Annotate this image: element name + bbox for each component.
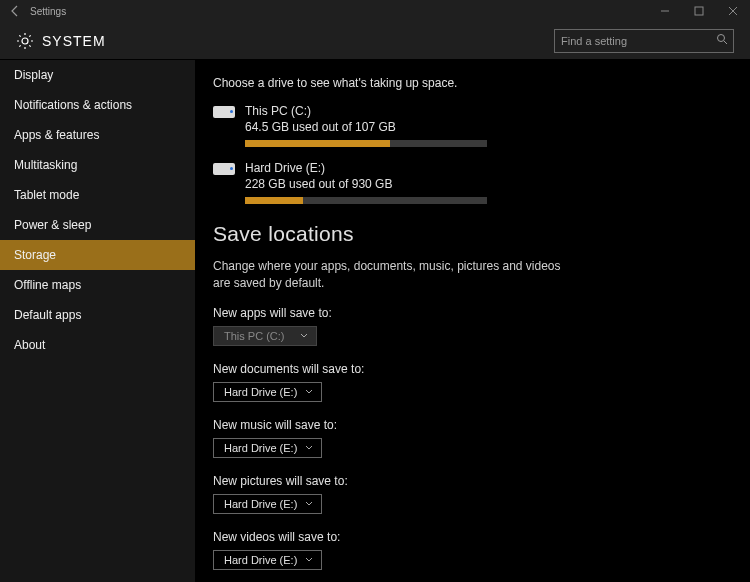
drive-bar (245, 140, 487, 147)
save-locations-description: Change where your apps, documents, music… (213, 258, 573, 292)
save-label: New videos will save to: (213, 530, 732, 544)
search-icon (716, 33, 728, 45)
svg-rect-1 (695, 7, 703, 15)
minimize-button[interactable] (648, 0, 682, 22)
drive-icon (213, 163, 235, 179)
svg-line-9 (19, 45, 20, 46)
save-label: New documents will save to: (213, 362, 732, 376)
titlebar: Settings (0, 0, 750, 22)
dropdown-value: Hard Drive (E:) (224, 554, 297, 566)
drive-bar (245, 197, 487, 204)
sidebar-item-apps-features[interactable]: Apps & features (0, 120, 195, 150)
save-dropdown[interactable]: Hard Drive (E:) (213, 494, 322, 514)
svg-line-8 (29, 45, 30, 46)
dropdown-value: Hard Drive (E:) (224, 386, 297, 398)
sidebar-item-about[interactable]: About (0, 330, 195, 360)
svg-line-12 (724, 41, 727, 44)
choose-drive-description: Choose a drive to see what's taking up s… (213, 76, 732, 90)
save-group: New videos will save to:Hard Drive (E:) (213, 530, 732, 570)
save-group: New apps will save to:This PC (C:) (213, 306, 732, 346)
sidebar: DisplayNotifications & actionsApps & fea… (0, 60, 195, 582)
save-locations-title: Save locations (213, 222, 732, 246)
search-input[interactable] (554, 29, 734, 53)
chevron-down-icon (300, 333, 308, 339)
save-group: New documents will save to:Hard Drive (E… (213, 362, 732, 402)
dropdown-value: Hard Drive (E:) (224, 442, 297, 454)
drive-usage: 228 GB used out of 930 GB (245, 177, 732, 191)
window-title: Settings (30, 6, 66, 17)
drive-icon (213, 106, 235, 122)
drive-name: This PC (C:) (245, 104, 732, 118)
chevron-down-icon (305, 445, 313, 451)
save-label: New music will save to: (213, 418, 732, 432)
maximize-button[interactable] (682, 0, 716, 22)
chevron-down-icon (305, 501, 313, 507)
save-dropdown[interactable]: Hard Drive (E:) (213, 438, 322, 458)
save-group: New music will save to:Hard Drive (E:) (213, 418, 732, 458)
back-button[interactable] (6, 5, 26, 17)
svg-point-2 (22, 38, 28, 44)
sidebar-item-default-apps[interactable]: Default apps (0, 300, 195, 330)
svg-point-11 (718, 34, 725, 41)
sidebar-item-multitasking[interactable]: Multitasking (0, 150, 195, 180)
drive-name: Hard Drive (E:) (245, 161, 732, 175)
svg-line-10 (29, 35, 30, 36)
chevron-down-icon (305, 557, 313, 563)
save-dropdown: This PC (C:) (213, 326, 317, 346)
section-title: SYSTEM (42, 33, 106, 49)
drive-row[interactable]: This PC (C:)64.5 GB used out of 107 GB (213, 104, 732, 147)
drive-usage: 64.5 GB used out of 107 GB (245, 120, 732, 134)
save-dropdown[interactable]: Hard Drive (E:) (213, 550, 322, 570)
save-label: New apps will save to: (213, 306, 732, 320)
sidebar-item-offline-maps[interactable]: Offline maps (0, 270, 195, 300)
dropdown-value: This PC (C:) (224, 330, 292, 342)
save-label: New pictures will save to: (213, 474, 732, 488)
sidebar-item-display[interactable]: Display (0, 60, 195, 90)
save-dropdown[interactable]: Hard Drive (E:) (213, 382, 322, 402)
drive-row[interactable]: Hard Drive (E:)228 GB used out of 930 GB (213, 161, 732, 204)
svg-line-7 (19, 35, 20, 36)
sidebar-item-power-sleep[interactable]: Power & sleep (0, 210, 195, 240)
save-group: New pictures will save to:Hard Drive (E:… (213, 474, 732, 514)
content-panel: Choose a drive to see what's taking up s… (195, 60, 750, 582)
close-button[interactable] (716, 0, 750, 22)
dropdown-value: Hard Drive (E:) (224, 498, 297, 510)
sidebar-item-tablet-mode[interactable]: Tablet mode (0, 180, 195, 210)
sidebar-item-storage[interactable]: Storage (0, 240, 195, 270)
sidebar-item-notifications-actions[interactable]: Notifications & actions (0, 90, 195, 120)
header: SYSTEM (0, 22, 750, 60)
gear-icon (16, 32, 34, 50)
chevron-down-icon (305, 389, 313, 395)
